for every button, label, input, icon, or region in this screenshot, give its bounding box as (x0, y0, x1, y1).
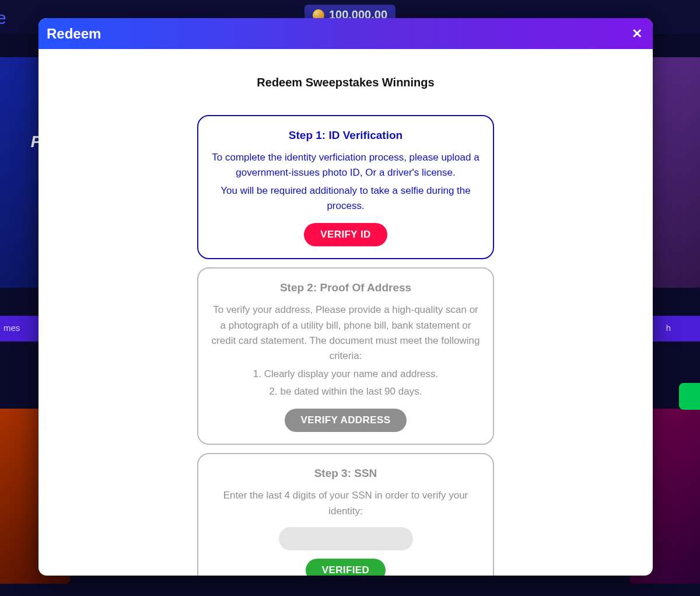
bg-nav-right-fragment: h (666, 323, 671, 333)
bg-chat-tab (679, 383, 700, 410)
verify-id-button[interactable]: VERIFY ID (304, 223, 387, 246)
step-2-text-b: 1. Clearly display your name and address… (210, 367, 481, 382)
step-2-card: Step 2: Proof Of Address To verify your … (197, 267, 494, 445)
modal-header: Redeem ✕ (38, 18, 653, 49)
step-1-text-a: To complete the identity verficiation pr… (210, 150, 481, 181)
modal-title: Redeem (47, 26, 101, 42)
bg-nav-left-fragment: mes (4, 323, 20, 333)
step-1-heading: Step 1: ID Verification (210, 129, 481, 142)
step-2-text-a: To verify your address, Please provide a… (210, 302, 481, 364)
section-title: Redeem Sweepstakes Winnings (257, 76, 434, 89)
step-3-card: Step 3: SSN Enter the last 4 digits of y… (197, 453, 494, 576)
step-2-heading: Step 2: Proof Of Address (210, 281, 481, 294)
close-icon[interactable]: ✕ (632, 26, 642, 41)
step-3-heading: Step 3: SSN (210, 467, 481, 480)
modal-body: Redeem Sweepstakes Winnings Step 1: ID V… (38, 49, 653, 576)
step-2-text-c: 2. be dated within the last 90 days. (210, 384, 481, 399)
ssn-input[interactable] (279, 527, 413, 550)
step-1-card: Step 1: ID Verification To complete the … (197, 115, 494, 259)
step-3-text-a: Enter the last 4 digits of your SSN in o… (210, 488, 481, 519)
verify-address-button[interactable]: VERIFY ADDRESS (285, 409, 407, 432)
step-1-text-b: You will be required additionaly to take… (210, 183, 481, 214)
verified-button[interactable]: VERIFIED (306, 559, 386, 576)
redeem-modal: Redeem ✕ Redeem Sweepstakes Winnings Ste… (38, 18, 653, 576)
bg-logo-fragment: e (0, 8, 6, 28)
